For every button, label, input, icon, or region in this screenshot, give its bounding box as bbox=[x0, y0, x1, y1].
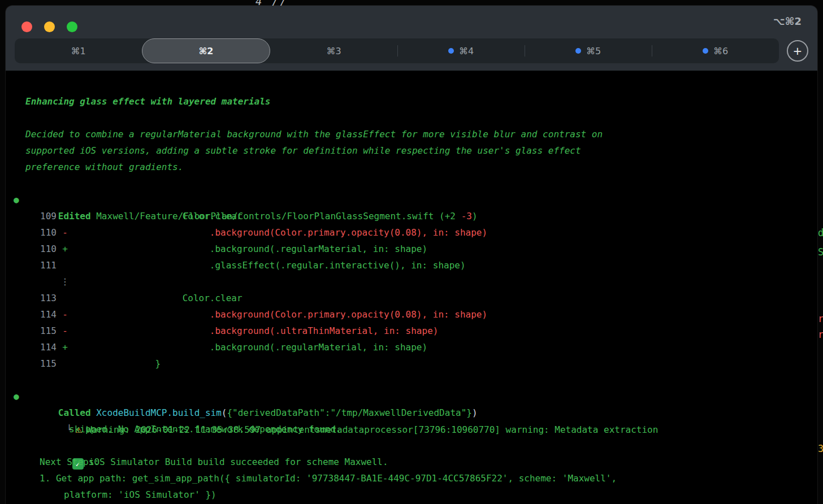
diff-line-deletion: 114- .background(Color.primary.opacity(0… bbox=[6, 306, 817, 323]
spacer-line bbox=[6, 175, 817, 192]
terminal-window: ⌥⌘2 ⌘1 ⌘2 ⌘3 ⌘4 ⌘5 ⌘6 bbox=[6, 6, 817, 504]
line-number: 115 bbox=[25, 355, 57, 372]
window-hotkey-badge: ⌥⌘2 bbox=[773, 15, 802, 27]
assistant-summary-line: Decided to combine a regularMaterial bac… bbox=[6, 126, 817, 142]
diff-line-addition: 114+ .background(.regularMaterial, in: s… bbox=[6, 339, 817, 355]
diff-line-context: 115 } bbox=[6, 355, 817, 372]
tab-label: ⌘3 bbox=[326, 46, 341, 57]
tool-call-header: ●Called XcodeBuildMCP.build_sim({"derive… bbox=[6, 388, 817, 405]
line-number: 113 bbox=[25, 290, 57, 306]
assistant-summary-line: preference without gradients. bbox=[6, 159, 817, 175]
line-number: 114 bbox=[25, 339, 57, 355]
tab-strip: ⌘1 ⌘2 ⌘3 ⌘4 ⌘5 ⌘6 bbox=[15, 38, 779, 63]
clipped-text-fragment: r bbox=[818, 329, 823, 340]
tab-cmd3[interactable]: ⌘3 bbox=[270, 38, 397, 63]
line-number: 110 bbox=[25, 241, 57, 257]
zoom-button[interactable] bbox=[67, 21, 77, 32]
edited-file-header: ●Edited Maxwell/Feature/FloorPlan/Contro… bbox=[6, 192, 817, 208]
tab-bar: ⌘1 ⌘2 ⌘3 ⌘4 ⌘5 ⌘6 + bbox=[15, 38, 808, 63]
diff-line-context: 109 Color.clear bbox=[6, 208, 817, 224]
terminal-output[interactable]: Enhancing glass effect with layered mate… bbox=[6, 71, 817, 504]
tab-cmd2[interactable]: ⌘2 bbox=[142, 38, 270, 63]
diff-line-addition: 110+ .background(.regularMaterial, in: s… bbox=[6, 241, 817, 257]
minimize-button[interactable] bbox=[44, 21, 55, 32]
assistant-summary-line: supported iOS versions, adding a subtle … bbox=[6, 142, 817, 159]
notification-dot bbox=[703, 48, 708, 54]
build-warning-line: skipped. No AppIntents.framework depende… bbox=[6, 421, 817, 437]
clipped-text-fragment: r bbox=[818, 313, 823, 324]
tab-cmd6[interactable]: ⌘6 bbox=[652, 38, 779, 63]
tab-cmd4[interactable]: ⌘4 bbox=[397, 38, 525, 63]
next-step-item: platform: 'iOS Simulator' }) bbox=[6, 486, 817, 503]
add-tab-button[interactable]: + bbox=[787, 40, 808, 62]
tab-label: ⌘1 bbox=[71, 46, 85, 57]
diff-line-context: 113 Color.clear bbox=[6, 290, 817, 306]
diff-line-gap: ⋮ bbox=[6, 273, 817, 290]
tab-cmd1[interactable]: ⌘1 bbox=[15, 38, 142, 63]
line-number: 115 bbox=[25, 323, 57, 339]
tab-label: ⌘5 bbox=[586, 46, 601, 57]
close-button[interactable] bbox=[21, 21, 32, 32]
bullet-icon: ● bbox=[14, 388, 19, 405]
diff-line-context: 111 .glassEffect(.regular.interactive(),… bbox=[6, 257, 817, 273]
tab-label: ⌘4 bbox=[459, 46, 474, 57]
line-number: 109 bbox=[25, 208, 57, 224]
next-steps-heading: Next Steps: bbox=[6, 454, 817, 470]
next-step-item: 1. Get app path: get_sim_app_path({ simu… bbox=[6, 470, 817, 486]
line-number: 110 bbox=[25, 224, 57, 241]
line-number: 114 bbox=[25, 306, 57, 323]
tab-label: ⌘2 bbox=[199, 46, 214, 57]
clipped-text-fragment: S bbox=[818, 246, 823, 258]
notification-dot bbox=[448, 48, 454, 54]
assistant-heading: Enhancing glass effect with layered mate… bbox=[6, 93, 817, 110]
spacer-line bbox=[6, 372, 817, 388]
titlebar[interactable]: ⌥⌘2 bbox=[6, 6, 817, 38]
notification-dot bbox=[575, 48, 581, 54]
diff-line-deletion: 110- .background(Color.primary.opacity(0… bbox=[6, 224, 817, 241]
spacer-line bbox=[6, 110, 817, 126]
build-warning-line: └⚠Warning: 2026-01-22 11:35:38.597 appin… bbox=[6, 405, 817, 421]
diff-line-deletion: 115- .background(.ultraThinMaterial, in:… bbox=[6, 323, 817, 339]
clipped-text-fragment: 3 bbox=[818, 443, 823, 454]
bullet-icon: ● bbox=[14, 192, 19, 208]
ellipsis-icon: ⋮ bbox=[57, 273, 73, 290]
build-success-line: ✓iOS Simulator Build build succeeded for… bbox=[6, 437, 817, 454]
clipped-text-fragment: d bbox=[818, 227, 823, 238]
tab-label: ⌘6 bbox=[713, 46, 728, 57]
line-number: 111 bbox=[25, 257, 57, 273]
tab-cmd5[interactable]: ⌘5 bbox=[525, 38, 652, 63]
